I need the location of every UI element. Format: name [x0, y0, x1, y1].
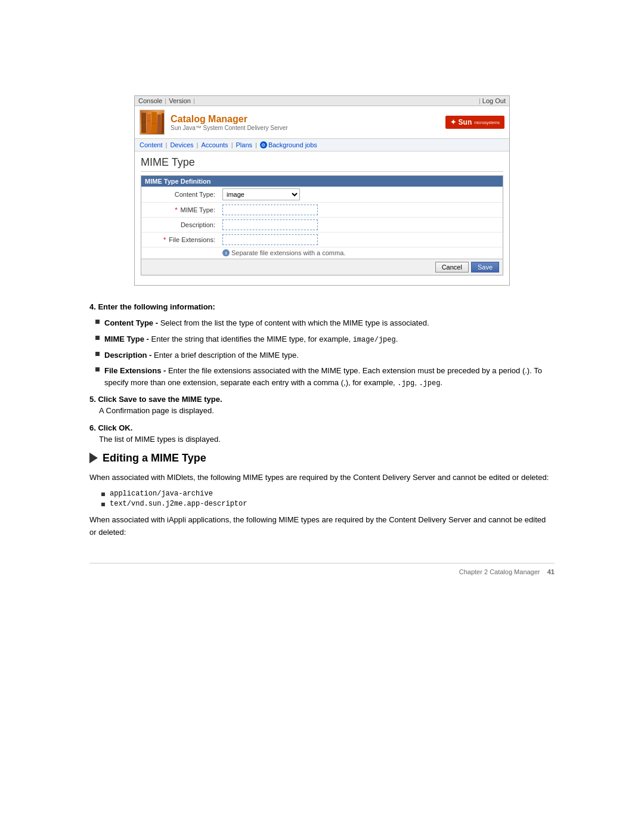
code-bullet1 — [101, 493, 105, 496]
header-left: Catalog Manager Sun Java™ System Content… — [140, 110, 288, 135]
console-link[interactable]: Console — [138, 97, 162, 104]
bullet-description-text: Description - Enter a brief description … — [104, 349, 555, 361]
nav-content[interactable]: Content — [140, 141, 163, 148]
logo-books — [140, 110, 165, 135]
section-para1: When associated with MIDlets, the follow… — [89, 472, 555, 484]
bullet-sq-3 — [95, 352, 100, 356]
svg-rect-2 — [151, 112, 157, 133]
bullet-file-extensions-text: File Extensions - Enter the file extensi… — [104, 365, 555, 389]
code-list1: application/java-archive text/vnd.sun.j2… — [101, 490, 555, 508]
required-star: * — [175, 206, 177, 213]
content-type-desc: Select from the list the type of content… — [160, 318, 429, 327]
description-term: Description - — [104, 351, 151, 360]
nav-accounts[interactable]: Accounts — [201, 141, 228, 148]
description-label: Description: — [141, 218, 219, 233]
bullet-content-type: Content Type - Select from the list the … — [95, 317, 555, 329]
code-text1: application/java-archive — [110, 490, 213, 498]
step5-num: 5. — [89, 395, 96, 404]
bullet-sq-2 — [95, 336, 100, 340]
step4-bullets: Content Type - Select from the list the … — [95, 317, 555, 389]
file-ext-term: File Extensions - — [104, 366, 166, 375]
logout-area: | Log Out — [479, 97, 506, 104]
mime-type-row: * MIME Type: — [141, 203, 503, 218]
footer-chapter: Chapter 2 Catalog Manager — [459, 568, 540, 575]
mime-type-label: * MIME Type: — [141, 203, 219, 218]
main-content: MIME Type MIME Type Definition Content T… — [135, 151, 509, 285]
content-type-select[interactable]: image audio video text application — [222, 188, 300, 200]
step6-heading: 6. Click OK. — [89, 423, 555, 432]
svg-rect-0 — [141, 113, 146, 133]
nav-devices[interactable]: Devices — [170, 141, 193, 148]
code-item1: application/java-archive — [101, 490, 555, 498]
sep2: | — [193, 97, 195, 104]
save-button[interactable]: Save — [471, 262, 499, 272]
sun-star-icon: ✦ — [450, 118, 456, 126]
code-text2: text/vnd.sun.j2me.app-descriptor — [110, 500, 247, 508]
hint-cell: i Separate file extensions with a comma. — [219, 247, 503, 258]
page-wrapper: Console | Version | | Log Out — [60, 95, 584, 575]
triangle-icon — [89, 453, 98, 463]
description-input[interactable] — [222, 219, 318, 230]
sun-logo-text: Sun — [459, 118, 472, 126]
app-subtitle: Sun Java™ System Content Delivery Server — [171, 125, 288, 131]
cancel-button[interactable]: Cancel — [435, 262, 469, 272]
content-type-row: Content Type: image audio video text app… — [141, 187, 503, 203]
version-link[interactable]: Version — [169, 97, 191, 104]
top-bar: Console | Version | | Log Out — [135, 96, 509, 106]
nav-bar: Content | Devices | Accounts | Plans | ⚙… — [135, 139, 509, 151]
description-row: Description: — [141, 218, 503, 233]
file-extensions-label: * File Extensions: — [141, 233, 219, 247]
description-input-cell — [219, 218, 503, 233]
hint-label-cell — [141, 247, 219, 259]
step5-text: Click Save to save the MIME type. — [98, 395, 222, 404]
step6-desc: The list of MIME types is displayed. — [99, 435, 555, 444]
form-table: Content Type: image audio video text app… — [141, 187, 503, 259]
step6-text: Click OK. — [98, 423, 132, 432]
sep3: | — [479, 97, 481, 104]
section-title: Editing a MIME Type — [103, 452, 206, 465]
code-bullet2 — [101, 503, 105, 506]
content-type-input-cell: image audio video text application — [219, 187, 503, 203]
bullet-sq-4 — [95, 367, 100, 371]
ext-example1: .jpg — [397, 379, 414, 388]
mime-example-code: image/jpeg — [353, 336, 396, 344]
hint-icon: i — [222, 249, 230, 256]
required-star2: * — [163, 236, 166, 243]
svg-rect-4 — [162, 113, 164, 133]
step5-heading: 5. Click Save to save the MIME type. — [89, 395, 555, 404]
form-panel-header: MIME Type Definition — [141, 176, 503, 187]
bullet-description: Description - Enter a brief description … — [95, 349, 555, 361]
bullet-sq-1 — [95, 320, 100, 324]
section-para2: When associated with iAppli applications… — [89, 514, 555, 539]
bullet-mime-type-text: MIME Type - Enter the string that identi… — [104, 333, 555, 345]
content-type-term: Content Type - — [104, 318, 158, 327]
mime-type-input-cell — [219, 203, 503, 218]
ext-example2: .jpeg — [419, 379, 440, 388]
step4-num: 4. Enter the following information: — [89, 302, 215, 311]
mime-type-input[interactable] — [222, 205, 318, 215]
sun-logo-tagline: microsystems — [474, 120, 500, 125]
logout-link[interactable]: Log Out — [482, 97, 506, 104]
content-type-label: Content Type: — [141, 187, 219, 203]
mime-type-term: MIME Type - — [104, 335, 149, 343]
page-footer: Chapter 2 Catalog Manager 41 — [89, 563, 555, 575]
header-title-block: Catalog Manager Sun Java™ System Content… — [171, 114, 288, 131]
nav-sep4: | — [255, 141, 257, 148]
background-jobs-icon: ⚙ — [260, 141, 267, 148]
bullet-file-extensions: File Extensions - Enter the file extensi… — [95, 365, 555, 389]
hint-text: Separate file extensions with a comma. — [231, 249, 345, 256]
doc-body: 4. Enter the following information: Cont… — [89, 302, 555, 575]
app-title: Catalog Manager — [171, 114, 288, 125]
hint-row: i Separate file extensions with a comma. — [141, 247, 503, 259]
file-extensions-input-cell — [219, 233, 503, 247]
top-bar-left: Console | Version | — [138, 97, 195, 104]
section-heading: Editing a MIME Type — [89, 452, 555, 465]
footer-page: 41 — [547, 568, 555, 575]
action-row: Cancel Save — [141, 259, 503, 275]
file-extensions-input[interactable] — [222, 234, 318, 245]
file-ext-desc: Enter the file extensions associated wit… — [104, 366, 542, 387]
step4-heading: 4. Enter the following information: — [89, 302, 555, 311]
nav-plans[interactable]: Plans — [236, 141, 252, 148]
bullet-mime-type: MIME Type - Enter the string that identi… — [95, 333, 555, 345]
nav-background-jobs[interactable]: ⚙ Background jobs — [260, 141, 317, 148]
